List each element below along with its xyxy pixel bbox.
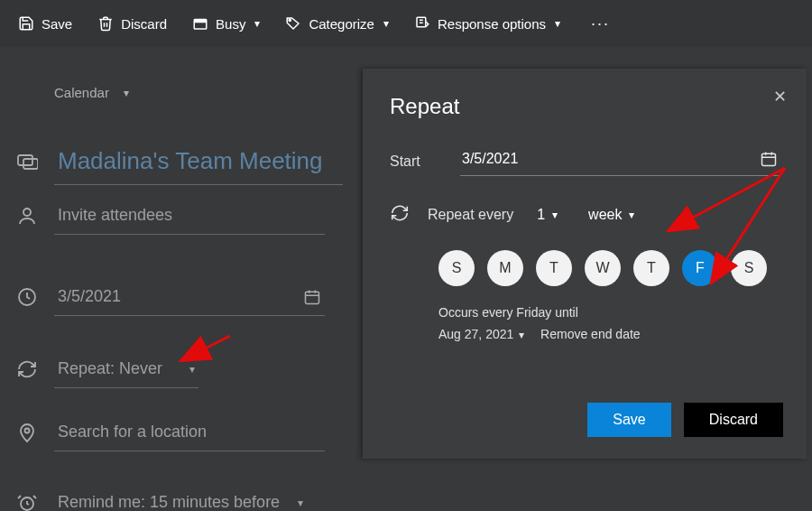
response-options-label: Response options <box>438 16 546 32</box>
day-mon[interactable]: M <box>487 250 523 286</box>
calendar-icon[interactable] <box>760 150 778 168</box>
calendar-selector[interactable]: Calendar ▾ <box>54 85 129 100</box>
busy-icon <box>192 15 208 32</box>
calendar-icon[interactable] <box>303 288 321 306</box>
calendar-label: Calendar <box>54 85 109 100</box>
day-sun[interactable]: S <box>438 250 475 286</box>
chevron-down-icon: ▾ <box>555 17 560 30</box>
close-button[interactable]: ✕ <box>773 87 787 107</box>
chevron-down-icon: ▾ <box>124 87 129 99</box>
person-icon <box>16 205 38 230</box>
event-title-text: Madalina's Team Meeting <box>58 147 323 175</box>
day-sat[interactable]: S <box>731 250 767 286</box>
event-title-input[interactable]: Madalina's Team Meeting <box>54 142 343 185</box>
repeat-label: Repeat: <box>58 359 115 377</box>
svg-point-6 <box>23 209 31 216</box>
occurs-text: Occurs every Friday until <box>438 302 780 324</box>
svg-rect-11 <box>762 153 776 165</box>
chevron-down-icon: ▾ <box>629 209 634 221</box>
repeat-dropdown[interactable]: Repeat: Never ▾ <box>54 354 198 388</box>
response-options-dropdown[interactable]: Response options ▾ <box>414 15 560 32</box>
start-label: Start <box>390 153 435 170</box>
categorize-label: Categorize <box>309 16 374 32</box>
location-input[interactable]: Search for a location <box>54 417 325 451</box>
save-icon <box>18 15 34 32</box>
location-icon <box>16 422 38 447</box>
svg-rect-4 <box>18 155 32 165</box>
day-fri[interactable]: F <box>682 250 718 286</box>
interval-dropdown[interactable]: 1 ▾ <box>537 207 558 223</box>
svg-rect-5 <box>23 159 38 169</box>
chevron-down-icon: ▾ <box>519 329 524 341</box>
svg-point-2 <box>290 19 291 21</box>
repeat-every-label: Repeat every <box>428 207 513 223</box>
chevron-down-icon: ▾ <box>383 17 389 30</box>
reminder-dropdown[interactable]: Remind me: 15 minutes before ▾ <box>54 488 307 511</box>
remove-end-date-link[interactable]: Remove end date <box>540 327 641 341</box>
modal-discard-button[interactable]: Discard <box>684 403 783 437</box>
chevron-down-icon: ▾ <box>552 209 558 221</box>
save-button[interactable]: Save <box>18 15 72 32</box>
repeat-icon <box>16 358 38 384</box>
discard-button[interactable]: Discard <box>97 15 167 32</box>
chevron-down-icon: ▾ <box>298 497 303 509</box>
day-thu[interactable]: T <box>633 250 669 286</box>
toolbar: Save Discard Busy ▾ Categorize ▾ Respons… <box>0 0 812 47</box>
reminder-icon <box>16 492 38 511</box>
location-placeholder: Search for a location <box>58 423 207 441</box>
categorize-dropdown[interactable]: Categorize ▾ <box>285 15 389 32</box>
more-button[interactable]: ··· <box>591 14 610 33</box>
attendees-input[interactable]: Invite attendees <box>54 200 325 235</box>
interval-value: 1 <box>537 207 545 223</box>
weekday-picker: S M T W T F S <box>438 250 780 286</box>
repeat-value: Never <box>119 359 162 377</box>
end-date-value: Aug 27, 2021 <box>438 327 513 341</box>
chevron-down-icon: ▾ <box>189 363 195 376</box>
svg-point-9 <box>25 429 30 433</box>
svg-rect-1 <box>194 20 207 23</box>
options-icon <box>414 15 430 32</box>
busy-dropdown[interactable]: Busy ▾ <box>192 15 260 32</box>
save-label: Save <box>42 16 72 32</box>
discard-label: Discard <box>121 16 167 32</box>
start-date-input[interactable]: 3/5/2021 <box>460 146 780 176</box>
chevron-down-icon: ▾ <box>254 17 260 30</box>
trash-icon <box>97 15 114 32</box>
end-date-dropdown[interactable]: Aug 27, 2021 ▾ <box>438 327 528 341</box>
svg-rect-8 <box>306 292 319 303</box>
clock-icon <box>16 286 38 311</box>
start-date-value: 3/5/2021 <box>462 151 518 167</box>
modal-title: Repeat <box>390 94 780 119</box>
day-tue[interactable]: T <box>536 250 572 286</box>
date-value: 3/5/2021 <box>58 287 121 306</box>
tag-icon <box>285 15 301 32</box>
repeat-icon <box>390 203 410 227</box>
repeat-modal: ✕ Repeat Start 3/5/2021 Repeat every 1 ▾… <box>363 69 807 459</box>
day-wed[interactable]: W <box>585 250 621 286</box>
reminder-label: Remind me: <box>58 493 145 511</box>
busy-label: Busy <box>216 16 245 32</box>
title-icon <box>16 151 38 176</box>
unit-value: week <box>588 207 622 223</box>
date-input[interactable]: 3/5/2021 <box>54 282 325 316</box>
unit-dropdown[interactable]: week ▾ <box>588 207 634 223</box>
attendees-placeholder: Invite attendees <box>58 206 172 225</box>
reminder-value: 15 minutes before <box>150 493 280 511</box>
modal-save-button[interactable]: Save <box>587 403 670 437</box>
